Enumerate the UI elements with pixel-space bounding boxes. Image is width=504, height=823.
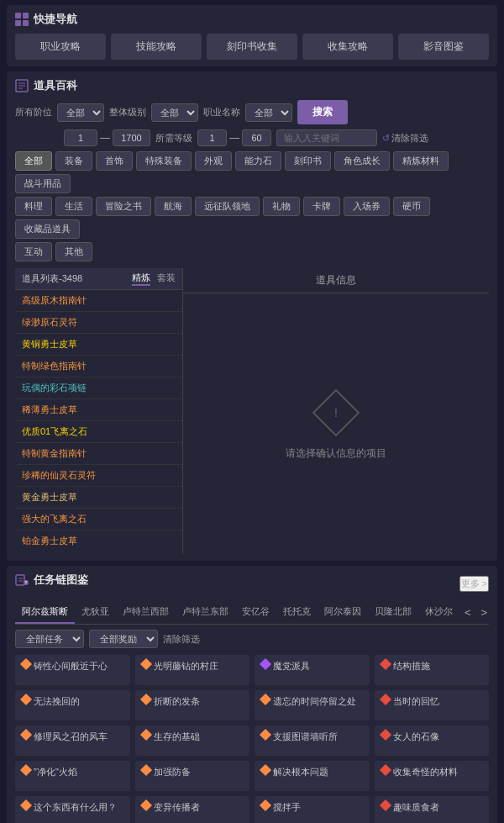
cat-tag-19[interactable]: 收藏品道具 (15, 219, 80, 239)
quest-more-btn[interactable]: 更多 > (459, 576, 489, 592)
cat-tag-20[interactable]: 互动 (15, 242, 52, 261)
quest-item-4[interactable]: 无法挽回的 (15, 690, 130, 720)
quest-item-13[interactable]: 加强防备 (135, 761, 250, 791)
quest-icon-orange (20, 799, 32, 811)
quest-clear-btn[interactable]: 清除筛选 (163, 633, 200, 646)
quest-item-15[interactable]: 收集奇怪的材料 (375, 761, 490, 791)
zone-tab-3[interactable]: 卢特兰东部 (176, 601, 235, 624)
quest-type-select[interactable]: 全部任务 (15, 630, 84, 648)
quest-item-1[interactable]: 光明藤钻的村庄 (135, 655, 250, 685)
list-item[interactable]: 优质01飞离之石 (15, 421, 182, 443)
zone-tab-7[interactable]: 贝隆北部 (368, 601, 418, 624)
list-item[interactable]: 强大的飞离之石 (15, 509, 182, 530)
cat-tag-3[interactable]: 特殊装备 (136, 151, 192, 171)
quest-item-8[interactable]: 修理风之召的风车 (15, 725, 130, 756)
cat-tag-10[interactable]: 料理 (15, 197, 52, 216)
cat-tag-18[interactable]: 硬币 (393, 197, 430, 216)
svg-rect-1 (23, 13, 29, 18)
item-list-body: 高级原木指南针 绿渺原石灵符 黄铜勇士皮草 特制绿色指南针 玩偶的彩石项链 稀薄… (15, 290, 182, 551)
zone-tab-0[interactable]: 阿尔兹斯断 (15, 601, 75, 624)
item-list-header: 道具列表-3498 精炼 套装 (15, 268, 182, 290)
quest-item-12[interactable]: "净化"火焰 (15, 761, 130, 791)
nav-btn-0[interactable]: 职业攻略 (15, 34, 106, 60)
job-select[interactable]: 全部 (245, 103, 292, 122)
list-item[interactable]: 特制绿色指南针 (15, 356, 182, 377)
list-item[interactable]: 黄金勇士皮草 (15, 487, 182, 509)
zone-tab-5[interactable]: 托托克 (276, 601, 318, 624)
rank-select[interactable]: 全部 (57, 103, 104, 122)
range2-to[interactable] (242, 129, 271, 146)
cat-tag-4[interactable]: 外观 (195, 151, 232, 171)
quest-item-17[interactable]: 变异传播者 (135, 796, 250, 823)
cat-tag-7[interactable]: 角色成长 (334, 151, 390, 171)
nav-btn-3[interactable]: 收集攻略 (302, 34, 393, 60)
quest-item-3[interactable]: 结构措施 (375, 655, 490, 685)
quick-nav-icon (15, 13, 29, 26)
cat-tag-0[interactable]: 全部 (15, 151, 52, 171)
zone-prev-btn[interactable]: < (459, 603, 476, 622)
cat-tag-13[interactable]: 航海 (155, 197, 192, 216)
cat-tag-11[interactable]: 生活 (55, 197, 92, 216)
job-label: 职业名称 (203, 106, 240, 119)
cat-tag-14[interactable]: 远征队领地 (195, 197, 260, 216)
quest-icon-orange (139, 694, 151, 705)
quest-icon-orange (20, 694, 32, 705)
zone-tab-6[interactable]: 阿尔泰因 (318, 601, 368, 624)
quest-item-0[interactable]: 铸性心间般近于心 (15, 655, 130, 685)
quest-item-16[interactable]: 这个东西有什么用？ (15, 796, 130, 823)
cat-tag-17[interactable]: 入场券 (344, 197, 390, 216)
clear-filter-btn[interactable]: ↺ 清除筛选 (382, 132, 428, 145)
range2-from[interactable] (197, 129, 227, 146)
quest-icon-orange (20, 764, 32, 776)
list-item[interactable]: 特制黄金指南针 (15, 443, 182, 465)
range1-from[interactable] (64, 129, 97, 146)
list-item[interactable]: 黄铜勇士皮草 (15, 334, 182, 356)
quest-item-2[interactable]: 魔党派具 (255, 655, 370, 685)
zone-next-btn[interactable]: > (476, 603, 489, 622)
nav-btn-2[interactable]: 刻印书收集 (207, 34, 297, 60)
cat-tag-12[interactable]: 冒险之书 (96, 197, 151, 216)
keyword-input[interactable] (276, 129, 377, 146)
quest-item-7[interactable]: 当时的回忆 (375, 690, 490, 720)
nav-btn-4[interactable]: 影音图鉴 (398, 34, 489, 60)
cat-tag-5[interactable]: 能力石 (235, 151, 281, 171)
zone-tabs: 阿尔兹斯断 尤狄亚 卢特兰西部 卢特兰东部 安亿谷 托托克 阿尔泰因 贝隆北部 … (15, 601, 489, 625)
list-item[interactable]: 珍稀的仙灵石灵符 (15, 465, 182, 487)
level-select[interactable]: 全部 (151, 103, 198, 122)
zone-tab-8[interactable]: 休沙尔 (418, 601, 459, 624)
list-item[interactable]: 高级原木指南针 (15, 290, 182, 312)
zone-tab-2[interactable]: 卢特兰西部 (116, 601, 176, 624)
cat-tag-21[interactable]: 其他 (55, 242, 92, 261)
list-item[interactable]: 稀薄勇士皮草 (15, 399, 182, 421)
cat-tag-6[interactable]: 刻印书 (285, 151, 331, 171)
cat-tag-2[interactable]: 首饰 (96, 151, 133, 171)
tab-set[interactable]: 套装 (157, 272, 176, 286)
quest-icon-orange (260, 729, 271, 741)
list-item[interactable]: 铂金勇士皮草 (15, 530, 182, 551)
cat-tag-16[interactable]: 卡牌 (303, 197, 340, 216)
quest-item-11[interactable]: 女人的石像 (375, 725, 490, 756)
zone-tab-4[interactable]: 安亿谷 (235, 601, 276, 624)
quest-item-19[interactable]: 趣味质食者 (375, 796, 490, 823)
quest-item-10[interactable]: 支援图谱墙听所 (255, 725, 370, 756)
quest-item-9[interactable]: 生存的基础 (135, 725, 250, 756)
cat-tag-8[interactable]: 精炼材料 (393, 151, 449, 171)
item-list-tabs: 精炼 套装 (132, 272, 176, 286)
cat-tag-15[interactable]: 礼物 (263, 197, 300, 216)
range1-to[interactable] (113, 129, 150, 146)
quest-reward-select[interactable]: 全部奖励 (89, 630, 158, 648)
range1: — (64, 129, 150, 146)
quest-item-5[interactable]: 折断的发条 (135, 690, 250, 720)
quest-item-6[interactable]: 遗忘的时间停留之处 (255, 690, 370, 720)
nav-btn-1[interactable]: 技能攻略 (111, 34, 202, 60)
search-button[interactable]: 搜索 (297, 100, 348, 124)
zone-tab-1[interactable]: 尤狄亚 (75, 601, 116, 624)
cat-tag-9[interactable]: 战斗用品 (15, 174, 71, 193)
cat-tag-1[interactable]: 装备 (55, 151, 92, 171)
list-item[interactable]: 绿渺原石灵符 (15, 312, 182, 334)
quest-icon-orange (139, 764, 151, 776)
quest-item-14[interactable]: 解决根本问题 (255, 761, 370, 791)
quest-item-18[interactable]: 搅拌手 (255, 796, 370, 823)
tab-refine[interactable]: 精炼 (132, 272, 150, 286)
list-item[interactable]: 玩偶的彩石项链 (15, 377, 182, 399)
